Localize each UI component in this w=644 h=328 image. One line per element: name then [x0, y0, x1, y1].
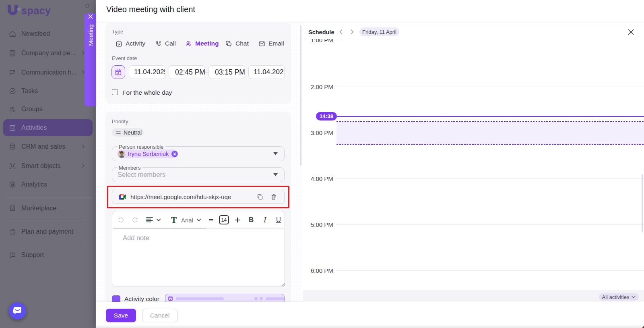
svg-text:spacy: spacy: [21, 5, 51, 16]
